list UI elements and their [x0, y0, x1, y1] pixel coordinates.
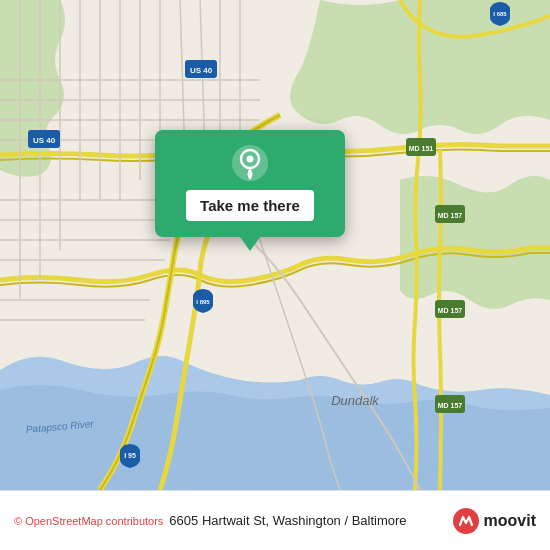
svg-text:MD 157: MD 157 [438, 307, 463, 314]
svg-text:I 895: I 895 [196, 299, 210, 305]
bottom-bar: © OpenStreetMap contributors 6605 Hartwa… [0, 490, 550, 550]
svg-text:US 40: US 40 [33, 136, 56, 145]
map-container: US 40 US 40 I 95 I 895 MD 151 MD 157 MD … [0, 0, 550, 490]
location-pin-icon [231, 144, 269, 182]
moovit-brand-icon [452, 507, 480, 535]
svg-text:I 95: I 95 [124, 452, 136, 459]
map-popup: Take me there [155, 130, 345, 237]
svg-point-42 [247, 156, 254, 163]
moovit-logo: moovit [452, 507, 536, 535]
svg-text:I 685: I 685 [493, 11, 507, 17]
osm-credit: © OpenStreetMap contributors [14, 515, 163, 527]
address-text: 6605 Hartwait St, Washington / Baltimore [163, 513, 451, 528]
svg-text:Dundalk: Dundalk [331, 393, 380, 408]
moovit-logo-text: moovit [484, 512, 536, 530]
svg-text:MD 151: MD 151 [409, 145, 434, 152]
svg-text:US 40: US 40 [190, 66, 213, 75]
take-me-there-button[interactable]: Take me there [186, 190, 314, 221]
svg-text:MD 157: MD 157 [438, 402, 463, 409]
svg-text:MD 157: MD 157 [438, 212, 463, 219]
